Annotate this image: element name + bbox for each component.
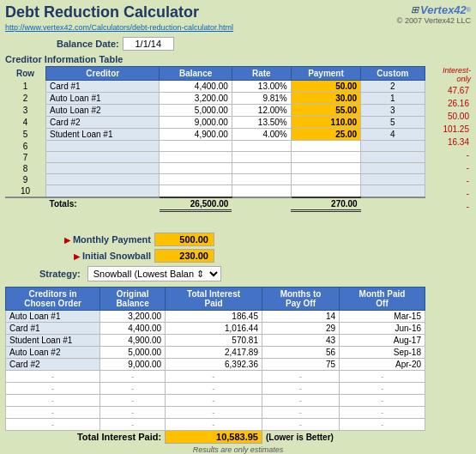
rate[interactable]: 13.50% xyxy=(232,117,291,129)
row-num: 1 xyxy=(5,81,46,93)
app-title: Debt Reduction Calculator xyxy=(5,3,233,21)
interest-only-val: 50.00 xyxy=(429,111,471,124)
results-month-paid: - xyxy=(340,395,425,407)
creditor-name[interactable] xyxy=(46,185,160,197)
results-interest: - xyxy=(166,407,262,419)
header-row: Debt Reduction Calculator http://www.ver… xyxy=(5,3,471,32)
payment[interactable] xyxy=(291,185,360,197)
results-col-interest: Total InterestPaid xyxy=(166,288,262,311)
initial-snowball-value[interactable]: 230.00 xyxy=(154,249,214,263)
creditor-name[interactable]: Card #2 xyxy=(46,117,160,129)
results-creditor: - xyxy=(6,419,100,431)
monthly-payment-value[interactable]: 500.00 xyxy=(154,233,214,246)
payment[interactable]: 55.00 xyxy=(291,105,360,117)
balance[interactable]: 4,900.00 xyxy=(160,129,232,141)
payment[interactable]: 110.00 xyxy=(291,117,360,129)
results-interest: 570.81 xyxy=(166,335,262,347)
results-balance: - xyxy=(100,395,166,407)
results-interest: - xyxy=(166,371,262,383)
url-link[interactable]: http://www.vertex42.com/Calculators/debt… xyxy=(5,23,233,32)
interest-only-val: - xyxy=(429,149,471,162)
balance[interactable] xyxy=(160,141,232,152)
custom[interactable] xyxy=(361,141,425,152)
title-section: Debt Reduction Calculator http://www.ver… xyxy=(5,3,233,32)
payment[interactable]: 30.00 xyxy=(291,93,360,105)
strategy-select[interactable]: Snowball (Lowest Balan ⇕ Avalanche (High… xyxy=(87,266,221,281)
balance[interactable]: 3,200.00 xyxy=(160,93,232,105)
custom[interactable] xyxy=(361,163,425,174)
custom[interactable]: 2 xyxy=(361,81,425,93)
custom[interactable]: 1 xyxy=(361,93,425,105)
interest-only-header: Interest-only xyxy=(429,66,471,83)
rate[interactable] xyxy=(232,141,291,152)
results-col-month-paid: Month PaidOff xyxy=(340,288,425,311)
payment[interactable] xyxy=(291,141,360,152)
col-header-balance: Balance xyxy=(160,67,232,81)
interest-only-val: 16.34 xyxy=(429,136,471,149)
creditor-name[interactable] xyxy=(46,174,160,185)
initial-snowball-label: ▶ Initial Snowball xyxy=(39,251,151,261)
interest-only-val: - xyxy=(429,162,471,175)
results-months: - xyxy=(262,383,339,395)
payment[interactable] xyxy=(291,163,360,174)
creditor-name[interactable] xyxy=(46,152,160,163)
custom[interactable]: 3 xyxy=(361,105,425,117)
creditor-name[interactable]: Student Loan #1 xyxy=(46,129,160,141)
creditor-name[interactable]: Card #1 xyxy=(46,81,160,93)
col-header-row: Row xyxy=(5,67,46,81)
creditor-section: Creditor Information Table Row Creditor … xyxy=(5,54,471,227)
creditor-name[interactable]: Auto Loan #1 xyxy=(46,93,160,105)
row-num: 5 xyxy=(5,129,46,141)
results-col-creditor: Creditors inChosen Order xyxy=(6,288,100,311)
copyright: © 2007 Vertex42 LLC xyxy=(397,16,471,25)
rate[interactable] xyxy=(232,185,291,197)
results-month-paid: Aug-17 xyxy=(340,335,425,347)
rate[interactable]: 9.81% xyxy=(232,93,291,105)
creditor-row: 6 xyxy=(5,141,425,152)
creditor-name[interactable]: Auto Loan #2 xyxy=(46,105,160,117)
results-interest: 1,016.44 xyxy=(166,323,262,335)
results-interest: - xyxy=(166,419,262,431)
custom[interactable] xyxy=(361,152,425,163)
custom[interactable] xyxy=(361,174,425,185)
creditor-row: 5 Student Loan #1 4,900.00 4.00% 25.00 4 xyxy=(5,129,425,141)
results-balance: - xyxy=(100,371,166,383)
balance[interactable] xyxy=(160,163,232,174)
balance[interactable]: 4,400.00 xyxy=(160,81,232,93)
creditor-row: 9 xyxy=(5,174,425,185)
rate[interactable] xyxy=(232,163,291,174)
creditor-row: 4 Card #2 9,000.00 13.50% 110.00 5 xyxy=(5,117,425,129)
col-header-custom: Custom xyxy=(361,67,425,81)
rate[interactable]: 4.00% xyxy=(232,129,291,141)
creditor-name[interactable] xyxy=(46,141,160,152)
custom[interactable] xyxy=(361,185,425,197)
results-month-paid: Mar-15 xyxy=(340,311,425,323)
creditor-row: 2 Auto Loan #1 3,200.00 9.81% 30.00 1 xyxy=(5,93,425,105)
monthly-payment-label: ▶ Monthly Payment xyxy=(39,234,151,245)
payment[interactable] xyxy=(291,152,360,163)
balance[interactable] xyxy=(160,185,232,197)
custom[interactable]: 4 xyxy=(361,129,425,141)
results-months: - xyxy=(262,407,339,419)
balance[interactable]: 9,000.00 xyxy=(160,117,232,129)
col-header-payment: Payment xyxy=(291,67,360,81)
creditor-name[interactable] xyxy=(46,163,160,174)
balance-date-value[interactable]: 1/1/14 xyxy=(123,37,174,51)
rate[interactable] xyxy=(232,152,291,163)
results-total-row: Total Interest Paid: 10,583.95 (Lower is… xyxy=(6,431,425,444)
rate[interactable]: 12.00% xyxy=(232,105,291,117)
lower-is-better: (Lower is Better) xyxy=(262,431,425,444)
payment[interactable] xyxy=(291,174,360,185)
creditor-table: Row Creditor Balance Rate Payment Custom… xyxy=(5,66,425,212)
payment[interactable]: 25.00 xyxy=(291,129,360,141)
balance[interactable]: 5,000.00 xyxy=(160,105,232,117)
payment[interactable]: 50.00 xyxy=(291,81,360,93)
balance[interactable] xyxy=(160,152,232,163)
rate[interactable]: 13.00% xyxy=(232,81,291,93)
custom[interactable]: 5 xyxy=(361,117,425,129)
rate[interactable] xyxy=(232,174,291,185)
interest-only-val: - xyxy=(429,175,471,188)
totals-label: Totals: xyxy=(46,197,160,211)
results-row: - - - - - xyxy=(6,383,425,395)
balance[interactable] xyxy=(160,174,232,185)
